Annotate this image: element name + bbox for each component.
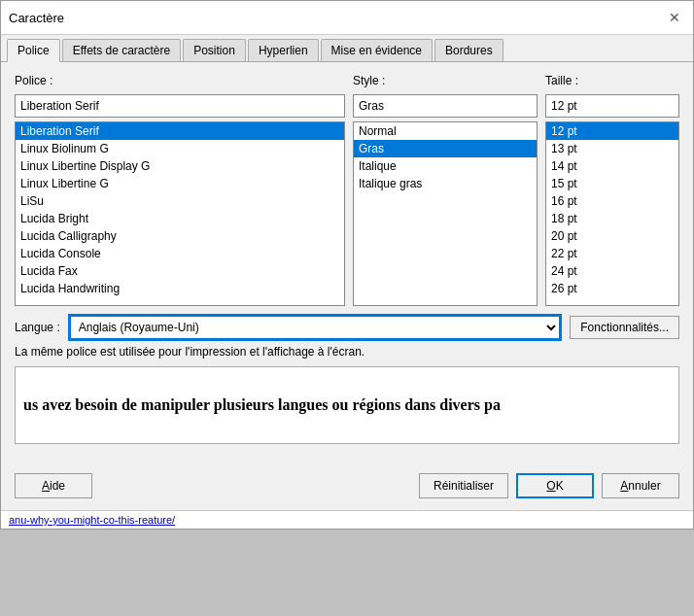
taille-item-1[interactable]: 13 pt xyxy=(546,140,678,157)
reinitialiser-label: Réinitialiser xyxy=(434,479,494,493)
police-item-2[interactable]: Linux Libertine Display G xyxy=(16,157,344,175)
police-label: Police : xyxy=(15,74,345,87)
police-item-8[interactable]: Lucida Fax xyxy=(16,262,344,280)
taille-item-6[interactable]: 20 pt xyxy=(546,227,678,245)
style-label: Style : xyxy=(353,74,538,87)
taille-listbox[interactable]: 12 pt 13 pt 14 pt 15 pt 16 pt 18 pt 20 p… xyxy=(545,121,679,306)
aide-label: Aide xyxy=(42,479,65,493)
taille-item-7[interactable]: 22 pt xyxy=(546,245,678,262)
url-text: anu-why-you-might-co-this-reature/ xyxy=(9,514,175,526)
police-item-0[interactable]: Liberation Serif xyxy=(16,122,344,140)
taille-item-2[interactable]: 14 pt xyxy=(546,157,678,175)
fonctionnalites-button[interactable]: Fonctionnalités... xyxy=(570,316,679,339)
taille-item-8[interactable]: 24 pt xyxy=(546,262,678,280)
langue-row: Langue : Anglais (Royaume-Uni) Fonctionn… xyxy=(15,316,679,339)
title-bar: Caractère ✕ xyxy=(1,1,693,35)
police-listbox[interactable]: Liberation Serif Linux Biolinum G Linux … xyxy=(15,121,345,306)
close-button[interactable]: ✕ xyxy=(664,7,685,28)
taille-item-5[interactable]: 18 pt xyxy=(546,210,678,227)
tab-bordures[interactable]: Bordures xyxy=(434,39,503,61)
ok-button[interactable]: OK xyxy=(516,473,594,498)
bottom-url-bar: anu-why-you-might-co-this-reature/ xyxy=(1,510,693,529)
text-inputs-row xyxy=(15,94,679,118)
langue-label: Langue : xyxy=(15,321,60,334)
taille-item-0[interactable]: 12 pt xyxy=(546,122,678,140)
taille-item-4[interactable]: 16 pt xyxy=(546,192,678,210)
tab-police[interactable]: Police xyxy=(7,39,60,62)
preview-box: us avez besoin de manipuler plusieurs la… xyxy=(15,366,679,444)
police-item-4[interactable]: LiSu xyxy=(16,192,344,210)
police-item-7[interactable]: Lucida Console xyxy=(16,245,344,262)
tab-effets[interactable]: Effets de caractère xyxy=(62,39,182,61)
taille-item-3[interactable]: 15 pt xyxy=(546,175,678,192)
preview-text: us avez besoin de manipuler plusieurs la… xyxy=(23,396,501,414)
style-item-0[interactable]: Normal xyxy=(354,122,537,140)
police-item-6[interactable]: Lucida Calligraphy xyxy=(16,227,344,245)
police-item-5[interactable]: Lucida Bright xyxy=(16,210,344,227)
aide-button[interactable]: Aide xyxy=(15,473,92,498)
annuler-button[interactable]: Annuler xyxy=(602,473,679,498)
right-buttons: Réinitialiser OK Annuler xyxy=(419,473,679,498)
info-text: La même police est utilisée pour l'impre… xyxy=(15,345,679,359)
tab-bar: Police Effets de caractère Position Hype… xyxy=(1,35,693,62)
police-item-9[interactable]: Lucida Handwriting xyxy=(16,280,344,297)
style-item-1[interactable]: Gras xyxy=(354,140,537,157)
tab-mise-en-evidence[interactable]: Mise en évidence xyxy=(321,39,433,61)
style-item-2[interactable]: Italique xyxy=(354,157,537,175)
langue-select[interactable]: Anglais (Royaume-Uni) xyxy=(70,316,561,339)
style-item-3[interactable]: Italique gras xyxy=(354,175,537,192)
column-labels: Police : Style : Taille : xyxy=(15,74,679,90)
police-item-3[interactable]: Linux Libertine G xyxy=(16,175,344,192)
annuler-label: Annuler xyxy=(620,479,660,493)
listboxes-row: Liberation Serif Linux Biolinum G Linux … xyxy=(15,121,679,306)
style-input[interactable] xyxy=(353,94,538,118)
taille-label: Taille : xyxy=(545,74,679,87)
reinitialiser-button[interactable]: Réinitialiser xyxy=(419,473,508,498)
ok-label: OK xyxy=(546,479,563,493)
character-dialog: Caractère ✕ Police Effets de caractère P… xyxy=(0,0,694,530)
tab-position[interactable]: Position xyxy=(183,39,246,61)
taille-item-9[interactable]: 26 pt xyxy=(546,280,678,297)
tab-content: Police : Style : Taille : xyxy=(1,62,693,467)
taille-input[interactable] xyxy=(545,94,679,118)
style-listbox[interactable]: Normal Gras Italique Italique gras xyxy=(353,121,538,306)
police-item-1[interactable]: Linux Biolinum G xyxy=(16,140,344,157)
dialog-title: Caractère xyxy=(9,11,64,25)
bottom-buttons: Aide Réinitialiser OK Annuler xyxy=(1,467,693,510)
police-input[interactable] xyxy=(15,94,345,118)
tab-hyperlien[interactable]: Hyperlien xyxy=(248,39,319,61)
